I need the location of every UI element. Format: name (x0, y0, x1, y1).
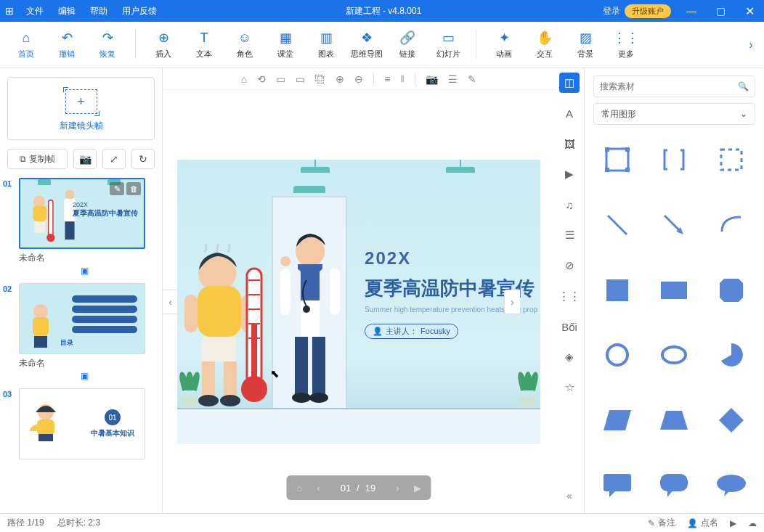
ribbon-撤销[interactable]: ↶撤销 (46, 30, 87, 60)
shape-dashed-rect[interactable] (716, 144, 747, 175)
thumb-edit-icon[interactable]: ✎ (110, 182, 124, 195)
canvas[interactable]: 202X 夏季高温防中暑宣传 Summer high temperature p… (177, 160, 540, 444)
menu-feedback[interactable]: 用户反馈 (115, 5, 164, 17)
close-button[interactable]: ✕ (735, 0, 764, 22)
shape-parallelogram[interactable] (602, 405, 633, 435)
shape-speech-rect[interactable] (602, 470, 633, 501)
canvasbar-btn[interactable]: ⿻ (315, 73, 325, 85)
canvasbar-btn[interactable]: ⫴ (400, 73, 405, 85)
shape-frame[interactable] (602, 144, 633, 175)
remark-button[interactable]: ✎备注 (648, 517, 675, 529)
shape-diamond[interactable] (716, 405, 747, 435)
vtool-btn-3[interactable]: ▶ (559, 164, 580, 184)
vtool-btn-2[interactable]: 🖼 (559, 134, 580, 154)
collapse-panel-button[interactable]: « (566, 490, 572, 502)
vtool-btn-9[interactable]: ◈ (559, 347, 580, 367)
menu-edit[interactable]: 编辑 (51, 5, 83, 17)
vtool-btn-1[interactable]: A (559, 103, 580, 123)
next-slide-arrow[interactable]: › (504, 290, 520, 314)
shape-clipped[interactable] (716, 275, 747, 306)
minimize-button[interactable]: — (677, 0, 706, 22)
ribbon-更多[interactable]: ⋮⋮更多 (606, 30, 646, 60)
canvasbar-btn[interactable]: ▭ (296, 73, 305, 85)
vtool-btn-0[interactable]: ◫ (559, 73, 580, 93)
login-link[interactable]: 登录 (603, 5, 620, 17)
vtool-btn-7[interactable]: ⋮⋮ (559, 286, 580, 306)
camera-button[interactable]: 📷 (73, 149, 97, 169)
loop-button[interactable]: ↻ (131, 149, 155, 169)
canvasbar-btn[interactable]: ⟲ (257, 73, 266, 85)
ribbon-幻灯片[interactable]: ▭幻灯片 (428, 30, 468, 60)
menu-help[interactable]: 帮助 (83, 5, 115, 17)
pager-play-button[interactable]: ▶ (408, 483, 427, 494)
fit-button[interactable]: ⤢ (102, 149, 126, 169)
copy-frame-button[interactable]: ⧉复制帧 (7, 149, 68, 169)
category-select[interactable]: 常用图形 ⌄ (593, 103, 755, 125)
shape-pie[interactable] (716, 340, 747, 370)
ribbon-思维导图[interactable]: ❖思维导图 (346, 30, 387, 60)
maximize-button[interactable]: ▢ (706, 0, 735, 22)
present-button[interactable]: ▶ (730, 518, 736, 528)
rollcall-button[interactable]: 👤点名 (687, 517, 718, 529)
pager-home-button[interactable]: ⌂ (290, 483, 308, 494)
shape-speech-ellipse[interactable] (716, 470, 747, 501)
transition-icon[interactable]: ▣ (10, 266, 159, 276)
pager-prev-button[interactable]: ‹ (311, 483, 325, 494)
shape-speech-round[interactable] (659, 470, 689, 501)
transition-icon[interactable]: ▣ (10, 371, 159, 381)
slide-thumb-01[interactable]: 202X夏季高温防中暑宣传✎🗑 (19, 178, 145, 249)
canvasbar-btn[interactable]: 📷 (426, 73, 438, 85)
new-frame-button[interactable]: + 新建镜头帧 (7, 77, 155, 140)
shape-ellipse-outline[interactable] (659, 340, 689, 370)
svg-rect-10 (34, 336, 47, 348)
vtool-btn-5[interactable]: ☰ (559, 225, 580, 245)
svg-rect-51 (606, 279, 628, 301)
upgrade-button[interactable]: 升级账户 (625, 4, 671, 18)
search-input[interactable] (600, 81, 738, 91)
vtool-btn-4[interactable]: ♫ (559, 195, 580, 215)
ribbon-动画[interactable]: ✦动画 (484, 30, 524, 60)
shape-square[interactable] (602, 275, 633, 306)
shape-trapezoid[interactable] (659, 405, 689, 435)
ribbon-交互[interactable]: ✋交互 (524, 30, 565, 60)
vtool-btn-6[interactable]: ⊘ (559, 255, 580, 276)
canvasbar-btn[interactable]: ⌂ (241, 73, 247, 85)
vtool-btn-8[interactable]: Bői (559, 316, 580, 337)
canvasbar-btn[interactable]: ☰ (448, 73, 458, 85)
ribbon-图表[interactable]: ▥图表 (306, 30, 346, 60)
prev-slide-arrow[interactable]: ‹ (163, 290, 179, 314)
shape-line[interactable] (602, 210, 633, 240)
slide-thumb-02[interactable]: 目录 (19, 283, 145, 354)
ribbon-文本[interactable]: T文本 (184, 30, 224, 60)
ribbon-插入[interactable]: ⊕插入 (143, 30, 184, 60)
vtool-btn-10[interactable]: ☆ (559, 377, 580, 398)
edit-icon: ✎ (648, 518, 655, 528)
window-title: 新建工程 - v4.8.001 (164, 5, 603, 17)
svg-point-54 (607, 345, 627, 365)
ribbon-链接[interactable]: 🔗链接 (387, 30, 428, 60)
cloud-button[interactable]: ☁ (748, 518, 757, 528)
canvasbar-btn[interactable]: ✎ (468, 73, 476, 85)
ribbon-more-arrow[interactable]: › (744, 38, 758, 52)
shape-arrow[interactable] (659, 210, 689, 240)
thumb-delete-icon[interactable]: 🗑 (126, 182, 141, 195)
ribbon-课堂[interactable]: ▦课堂 (265, 30, 306, 60)
pager-next-button[interactable]: › (390, 483, 405, 494)
ribbon-角色[interactable]: ☺角色 (224, 30, 265, 60)
canvasbar-btn[interactable]: ⊕ (336, 73, 344, 85)
ribbon-背景[interactable]: ▨背景 (565, 30, 606, 60)
shape-brackets[interactable] (659, 144, 689, 175)
ribbon-首页[interactable]: ⌂首页 (6, 30, 46, 60)
svg-point-55 (662, 347, 686, 363)
canvasbar-btn[interactable]: ≡ (384, 73, 390, 85)
shape-circle[interactable] (602, 340, 633, 370)
ribbon-恢复[interactable]: ↷恢复 (87, 30, 128, 60)
canvasbar-btn[interactable]: ▭ (276, 73, 285, 85)
shape-curve[interactable] (716, 210, 747, 240)
menu-file[interactable]: 文件 (19, 5, 51, 17)
search-box[interactable]: 🔍 (593, 75, 755, 97)
shape-rect[interactable] (659, 275, 689, 306)
slide-thumb-03[interactable]: 01 中暑基本知识 (19, 388, 145, 459)
search-icon[interactable]: 🔍 (738, 81, 749, 91)
canvasbar-btn[interactable]: ⊖ (354, 73, 363, 85)
